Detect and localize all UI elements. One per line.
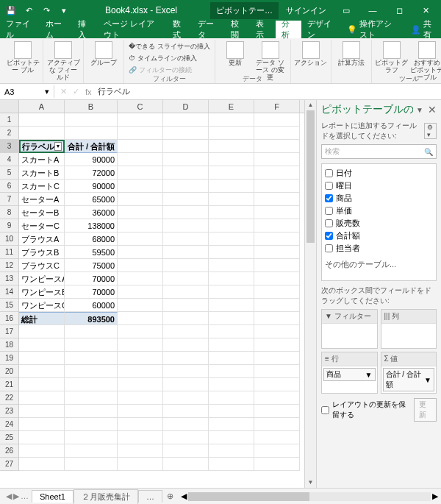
cell[interactable] — [65, 378, 118, 391]
row-header[interactable]: 2 — [0, 127, 19, 140]
row-header[interactable]: 24 — [0, 418, 19, 431]
ribbon-display-icon[interactable]: ▭ — [334, 0, 359, 21]
field-checkbox[interactable] — [325, 219, 333, 227]
cell[interactable] — [163, 140, 209, 153]
field-checkbox[interactable] — [325, 207, 333, 215]
cell[interactable] — [254, 166, 300, 180]
field-checkbox-item[interactable]: 販売数 — [325, 217, 433, 230]
cell[interactable] — [118, 299, 163, 312]
cell[interactable] — [118, 312, 163, 325]
minimize-button[interactable]: — — [360, 0, 385, 21]
cell[interactable] — [254, 259, 300, 272]
cell[interactable] — [254, 405, 300, 418]
cell[interactable] — [209, 299, 254, 312]
cell[interactable] — [65, 365, 118, 378]
col-header-C[interactable]: C — [118, 100, 163, 113]
cell[interactable] — [163, 233, 209, 246]
row-header[interactable]: 15 — [0, 299, 19, 312]
cell[interactable] — [19, 325, 65, 338]
cell[interactable] — [163, 299, 209, 312]
cell[interactable] — [254, 325, 300, 338]
cell[interactable] — [163, 219, 209, 233]
row-header[interactable]: 12 — [0, 259, 19, 272]
cell[interactable]: スカートC — [19, 180, 65, 193]
cell[interactable]: ブラウスB — [19, 246, 65, 259]
spreadsheet-grid[interactable]: A B C D E F 1 2 3 行ラベル▼ 合計 / 合計額 4 スカートA… — [0, 100, 304, 488]
cell[interactable]: 90000 — [65, 180, 118, 193]
cell[interactable] — [254, 127, 300, 140]
row-header[interactable]: 5 — [0, 166, 19, 180]
calculations-button[interactable]: 計算方法 — [334, 40, 368, 67]
cell[interactable] — [65, 113, 118, 127]
cell[interactable] — [254, 219, 300, 233]
cell[interactable] — [163, 338, 209, 352]
update-button[interactable]: 更新 — [414, 398, 437, 422]
cell[interactable] — [118, 193, 163, 206]
row-header[interactable]: 25 — [0, 431, 19, 444]
cell[interactable] — [118, 431, 163, 444]
cell[interactable]: ワンピースC — [19, 299, 65, 312]
name-box[interactable]: A3▾ — [0, 85, 54, 98]
fx-icon[interactable]: fx — [85, 88, 92, 96]
cell[interactable] — [209, 444, 254, 458]
active-field-button[interactable]: アクティブな フィールド — [46, 40, 80, 82]
row-header[interactable]: 22 — [0, 391, 19, 405]
scroll-thumb[interactable] — [306, 110, 315, 243]
cell[interactable] — [19, 365, 65, 378]
other-tables-link[interactable]: その他のテーブル... — [325, 259, 433, 270]
cell[interactable]: 59500 — [65, 246, 118, 259]
rows-area[interactable]: ≡ 行 商品▼ — [321, 352, 378, 394]
row-header[interactable]: 23 — [0, 405, 19, 418]
row-header[interactable]: 10 — [0, 233, 19, 246]
tab-data[interactable]: データ — [192, 21, 224, 38]
cell[interactable] — [209, 365, 254, 378]
cell[interactable] — [19, 431, 65, 444]
cell[interactable] — [118, 127, 163, 140]
cell[interactable]: 60000 — [65, 299, 118, 312]
cell[interactable] — [209, 285, 254, 299]
cell[interactable]: 36000 — [65, 206, 118, 219]
cell[interactable] — [19, 458, 65, 471]
gear-icon[interactable]: ⚙ ▾ — [424, 123, 437, 139]
cell[interactable]: 138000 — [65, 219, 118, 233]
cell[interactable]: 68000 — [65, 233, 118, 246]
row-header[interactable]: 20 — [0, 365, 19, 378]
field-checkbox[interactable] — [325, 244, 333, 252]
row-header[interactable]: 27 — [0, 458, 19, 471]
signin-button[interactable]: サインイン — [280, 5, 332, 16]
cell[interactable] — [65, 352, 118, 365]
cell[interactable]: 行ラベル▼ — [19, 140, 65, 153]
cell[interactable] — [254, 153, 300, 166]
sheet-tab-1[interactable]: Sheet1 — [32, 490, 74, 503]
scroll-up-icon[interactable]: ▲ — [305, 100, 316, 110]
row-header[interactable]: 26 — [0, 444, 19, 458]
tell-me-assist[interactable]: 💡操作アシスト — [341, 21, 405, 38]
row-header[interactable]: 13 — [0, 272, 19, 285]
cell[interactable] — [118, 180, 163, 193]
cell[interactable] — [209, 352, 254, 365]
cell[interactable] — [254, 391, 300, 405]
select-all-corner[interactable] — [0, 100, 19, 113]
tab-formulas[interactable]: 数式 — [167, 21, 193, 38]
cell[interactable] — [163, 391, 209, 405]
row-header[interactable]: 14 — [0, 285, 19, 299]
field-checkbox-item[interactable]: 単価 — [325, 205, 433, 217]
cell[interactable] — [19, 391, 65, 405]
cell[interactable]: 893500 — [65, 312, 118, 325]
cell[interactable] — [209, 233, 254, 246]
cell[interactable] — [118, 352, 163, 365]
cell[interactable] — [19, 113, 65, 127]
cell[interactable] — [254, 140, 300, 153]
cell[interactable] — [254, 352, 300, 365]
cell[interactable] — [209, 391, 254, 405]
cell[interactable] — [254, 378, 300, 391]
cell[interactable] — [19, 405, 65, 418]
cell[interactable] — [209, 180, 254, 193]
cell[interactable] — [163, 153, 209, 166]
tab-page-layout[interactable]: ページ レイアウト — [98, 21, 167, 38]
row-field-item[interactable]: 商品▼ — [323, 368, 376, 381]
cell[interactable] — [254, 418, 300, 431]
close-button[interactable]: ✕ — [413, 0, 438, 21]
col-header-F[interactable]: F — [254, 100, 300, 113]
cell[interactable] — [118, 233, 163, 246]
